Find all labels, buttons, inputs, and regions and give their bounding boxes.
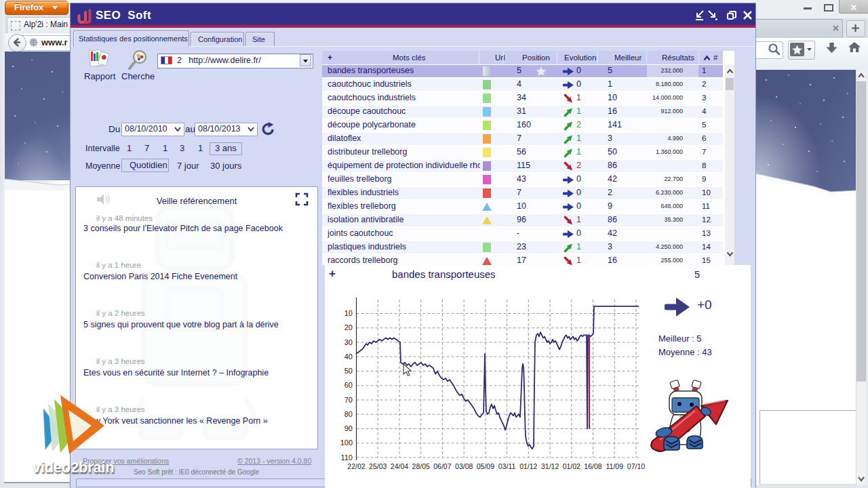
svg-text:05/09: 05/09 (477, 462, 494, 470)
svg-text:28/05: 28/05 (412, 462, 430, 470)
svg-text:03/11: 03/11 (498, 462, 516, 470)
svg-text:11/09: 11/09 (606, 462, 624, 470)
svg-text:01/02: 01/02 (563, 462, 580, 470)
svg-text:40: 40 (344, 352, 353, 361)
svg-text:90: 90 (344, 424, 353, 432)
svg-text:50: 50 (344, 367, 353, 375)
svg-text:80: 80 (344, 410, 353, 418)
svg-text:24/04: 24/04 (391, 462, 408, 470)
svg-text:22/02: 22/02 (347, 462, 365, 470)
svg-text:110: 110 (340, 453, 353, 462)
svg-text:70: 70 (344, 396, 353, 404)
svg-text:03/08: 03/08 (455, 462, 473, 470)
svg-text:06/07: 06/07 (433, 462, 451, 470)
svg-text:07/10: 07/10 (627, 462, 645, 470)
svg-text:01/12: 01/12 (519, 462, 537, 470)
svg-text:31/12: 31/12 (541, 462, 559, 470)
svg-text:16/08: 16/08 (584, 462, 601, 470)
svg-text:video2brain: video2brain (33, 460, 115, 476)
svg-text:30: 30 (344, 338, 353, 346)
svg-text:60: 60 (344, 381, 353, 389)
svg-text:20: 20 (344, 323, 353, 331)
svg-text:10: 10 (344, 309, 353, 317)
svg-text:25/03: 25/03 (369, 462, 387, 470)
svg-text:100: 100 (340, 439, 353, 447)
